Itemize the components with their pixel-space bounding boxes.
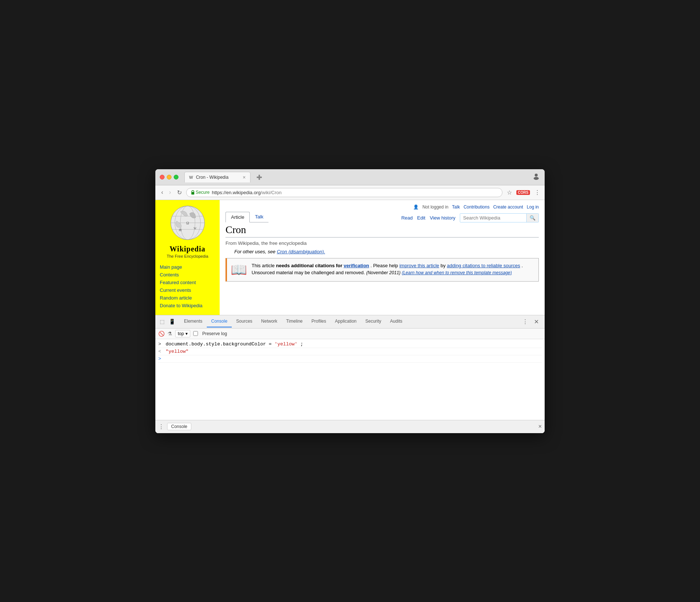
devtools-tab-elements[interactable]: Elements <box>180 316 207 327</box>
not-logged-in-text: Not logged in <box>422 204 448 210</box>
wiki-userbar: 👤 Not logged in Talk Contributions Creat… <box>413 204 539 210</box>
devtools-tab-security[interactable]: Security <box>361 316 386 327</box>
sidebar-item-random[interactable]: Random article <box>160 295 215 301</box>
devtools-console-output[interactable]: > document.body.style.backgroundColor = … <box>155 339 545 420</box>
devtools-close-button[interactable]: ✕ <box>531 317 542 327</box>
chrome-menu-icon[interactable]: ⋮ <box>534 189 540 196</box>
devtools-selector-icons: ⬚ 📱 <box>158 317 177 326</box>
address-bar: ‹ › ↻ Secure https://en.wikipedia.org/wi… <box>155 185 545 200</box>
back-button[interactable]: ‹ <box>160 188 165 197</box>
context-selector[interactable]: top ▾ <box>175 330 190 337</box>
devtools-panel: ⬚ 📱 Elements Console Sources Network Tim… <box>155 315 545 420</box>
wiki-title: Wikipedia <box>160 245 215 253</box>
title-bar: W Cron - Wikipedia × <box>155 169 545 185</box>
verification-link[interactable]: verification <box>344 263 369 268</box>
page-content: Ω 維 W Wikipedia The Free Encyclopedia Ma… <box>155 200 545 433</box>
notice-icon: 📖 <box>231 262 247 278</box>
devtools-bottom-close-button[interactable]: × <box>538 423 542 430</box>
svg-rect-4 <box>191 192 194 195</box>
reload-button[interactable]: ↻ <box>176 188 183 197</box>
wiki-subtitle: The Free Encyclopedia <box>160 254 215 258</box>
devtools-more-button[interactable]: ⋮ <box>519 317 531 327</box>
hatnote: For other uses, see Cron (disambiguation… <box>234 249 539 254</box>
console-input-text: document.body.style.backgroundColor = 'y… <box>166 341 303 347</box>
svg-point-2 <box>535 174 538 177</box>
tab-talk[interactable]: Talk <box>250 212 268 222</box>
wiki-search: 🔍 <box>460 213 539 222</box>
devtools-tab-sources[interactable]: Sources <box>232 316 257 327</box>
citation-notice: 📖 This article needs additional citation… <box>225 258 539 282</box>
console-output-arrow: < <box>158 349 166 354</box>
console-output-value: "yellow" <box>166 349 188 354</box>
secure-badge: Secure <box>191 190 210 195</box>
browser-window: W Cron - Wikipedia × ‹ › ↻ Secure https:… <box>155 169 545 433</box>
clear-console-icon[interactable]: 🚫 <box>158 331 165 337</box>
disambiguation-link[interactable]: Cron (disambiguation). <box>277 249 325 254</box>
sidebar-item-featured[interactable]: Featured content <box>160 280 215 285</box>
console-line-input: > document.body.style.backgroundColor = … <box>158 341 542 348</box>
device-toolbar-icon[interactable]: 📱 <box>167 317 177 326</box>
console-prompt-arrow: > <box>158 356 166 362</box>
browser-tab[interactable]: W Cron - Wikipedia × <box>184 172 250 182</box>
forward-button[interactable]: › <box>167 188 172 197</box>
profile-icon[interactable] <box>532 172 540 182</box>
devtools-bottom-bar: ⋮ Console × <box>155 420 545 433</box>
devtools-tab-timeline[interactable]: Timeline <box>282 316 307 327</box>
citations-link[interactable]: adding citations to reliable sources <box>447 263 520 268</box>
tab-article[interactable]: Article <box>225 212 250 222</box>
search-button[interactable]: 🔍 <box>526 214 538 222</box>
svg-point-3 <box>534 177 539 180</box>
talk-link[interactable]: Talk <box>452 204 460 210</box>
log-in-link[interactable]: Log in <box>527 204 539 210</box>
tab-bar: W Cron - Wikipedia × <box>184 172 529 182</box>
preserve-log-checkbox[interactable] <box>193 331 198 336</box>
action-edit[interactable]: Edit <box>417 215 425 221</box>
tab-close-button[interactable]: × <box>243 174 246 180</box>
svg-text:Ω: Ω <box>186 221 189 225</box>
action-view-history[interactable]: View history <box>430 215 455 221</box>
devtools-tab-profiles[interactable]: Profiles <box>307 316 331 327</box>
sidebar-item-main-page[interactable]: Main page <box>160 264 215 270</box>
devtools-tab-console[interactable]: Console <box>207 316 232 327</box>
remove-template-link[interactable]: (Learn how and when to remove this templ… <box>402 270 512 275</box>
wiki-body: Ω 維 W Wikipedia The Free Encyclopedia Ma… <box>155 200 545 315</box>
wiki-logo: Ω 維 W Wikipedia The Free Encyclopedia <box>160 204 215 258</box>
action-read[interactable]: Read <box>401 215 413 221</box>
filter-icon[interactable]: ⚗ <box>167 331 172 337</box>
create-account-link[interactable]: Create account <box>493 204 523 210</box>
devtools-tab-application[interactable]: Application <box>331 316 361 327</box>
contributions-link[interactable]: Contributions <box>463 204 490 210</box>
preserve-log-label: Preserve log <box>202 331 227 336</box>
improve-article-link[interactable]: improve this article <box>399 263 439 268</box>
devtools-tabs-bar: ⬚ 📱 Elements Console Sources Network Tim… <box>155 315 545 329</box>
context-dropdown-arrow: ▾ <box>185 331 188 336</box>
wiki-main-content: 👤 Not logged in Talk Contributions Creat… <box>220 200 545 315</box>
sidebar-item-current-events[interactable]: Current events <box>160 287 215 293</box>
sidebar-item-donate[interactable]: Donate to Wikipedia <box>160 303 215 308</box>
article-title: Cron <box>225 224 539 237</box>
sidebar-item-contents[interactable]: Contents <box>160 272 215 278</box>
devtools-tab-network[interactable]: Network <box>257 316 282 327</box>
url-bar[interactable]: Secure https://en.wikipedia.org/wiki/Cro… <box>186 188 502 197</box>
devtools-bottom-console-label[interactable]: Console <box>167 423 191 430</box>
tab-favicon: W <box>189 175 193 179</box>
bookmark-icon[interactable]: ☆ <box>507 189 512 196</box>
maximize-button[interactable] <box>174 175 178 179</box>
new-tab-button[interactable] <box>252 172 267 182</box>
devtools-tab-audits[interactable]: Audits <box>386 316 407 327</box>
element-selector-icon[interactable]: ⬚ <box>158 317 166 326</box>
console-line-output: < "yellow" <box>158 348 542 355</box>
notice-bold: needs additional citations for verificat… <box>276 263 370 268</box>
console-cursor <box>166 356 169 362</box>
minimize-button[interactable] <box>167 175 172 179</box>
search-input[interactable] <box>460 214 526 222</box>
wiki-sidebar-nav: Main page Contents Featured content Curr… <box>160 264 215 308</box>
wiki-actions: Read Edit View history <box>401 215 455 221</box>
devtools-bottom-menu-icon[interactable]: ⋮ <box>158 423 164 430</box>
wiki-sidebar: Ω 維 W Wikipedia The Free Encyclopedia Ma… <box>155 200 220 315</box>
extension-icon[interactable]: CORS <box>516 190 530 195</box>
notice-text: This article needs additional citations … <box>252 262 535 276</box>
traffic-lights <box>160 175 178 179</box>
console-line-prompt[interactable]: > <box>158 355 542 363</box>
close-button[interactable] <box>160 175 165 179</box>
